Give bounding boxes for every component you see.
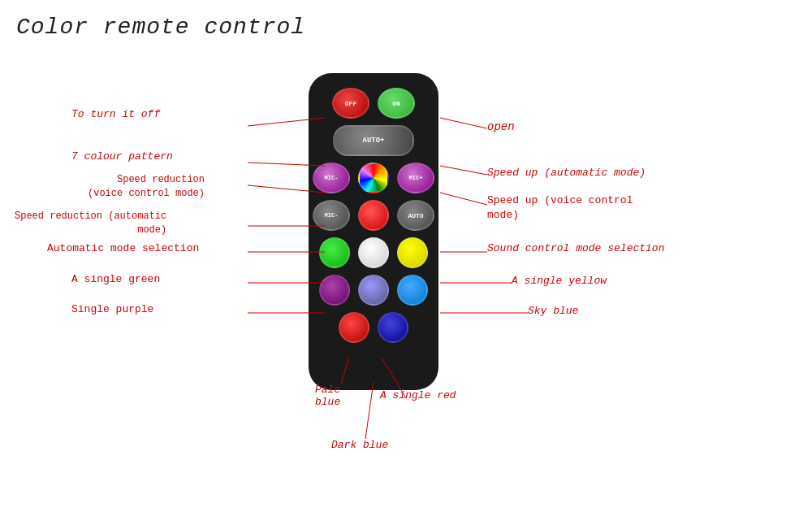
mic-minus-label: MIC- [325, 175, 339, 181]
row-colors2 [319, 275, 428, 306]
label-sound-control: Sound control mode selection [487, 242, 664, 254]
btn-auto-plus[interactable]: AUTO+ [333, 125, 414, 156]
row-auto: AUTO+ [333, 125, 414, 156]
label-dark-blue: Dark blue [331, 439, 388, 451]
label-speed-reduction-voice: Speed reduction(voice control mode) [88, 173, 205, 201]
row-mic2: MIC- AUTO [313, 200, 434, 231]
btn-dark-blue[interactable] [378, 312, 408, 343]
btn-purple[interactable] [319, 275, 350, 306]
btn-mic-left[interactable]: MIC- [313, 200, 350, 231]
label-to-turn-off: To turn it off [71, 108, 160, 120]
label-single-yellow: A single yellow [512, 275, 607, 287]
svg-line-7 [440, 118, 487, 128]
svg-line-15 [365, 382, 374, 439]
off-label: OFF [345, 100, 356, 107]
label-single-purple: Single purple [71, 303, 153, 315]
btn-off[interactable]: OFF [332, 88, 369, 119]
svg-line-8 [440, 166, 487, 175]
btn-mic-plus[interactable]: MIC+ [397, 163, 434, 193]
mic-left-label: MIC- [325, 212, 339, 219]
row-mic1: MIC- MIC+ [313, 163, 434, 193]
auto-plus-label: AUTO+ [362, 137, 384, 145]
label-speed-up-voice: Speed up (voice controlmode) [487, 193, 633, 223]
btn-rainbow[interactable] [358, 163, 389, 193]
btn-mic-minus[interactable]: MIC- [313, 163, 350, 193]
label-seven-colour: 7 colour pattern [71, 150, 173, 163]
label-single-green: A single green [71, 273, 160, 285]
label-sky-blue: Sky blue [528, 305, 578, 317]
mic-plus-label: MIC+ [409, 175, 423, 181]
label-open: open [487, 120, 515, 133]
page-title: Color remote control [0, 0, 812, 40]
row-colors3 [339, 312, 408, 343]
btn-yellow[interactable] [397, 237, 428, 268]
label-auto-mode: Automatic mode selection [47, 242, 199, 254]
on-label: ON [392, 100, 400, 107]
remote-control: OFF ON AUTO+ MIC- MIC+ MIC- AUTO [309, 73, 438, 390]
btn-single-red[interactable] [339, 312, 369, 343]
row-power: OFF ON [332, 88, 415, 119]
btn-on[interactable]: ON [378, 88, 415, 119]
label-speed-reduction-auto: Speed reduction (automaticmode) [15, 210, 166, 237]
auto-right-label: AUTO [408, 212, 423, 219]
btn-auto-right[interactable]: AUTO [397, 200, 434, 231]
label-single-red: A single red [380, 389, 456, 401]
btn-green[interactable] [319, 237, 350, 268]
label-pale-blue: Paleblue [315, 384, 340, 408]
btn-pale-blue[interactable] [358, 275, 389, 306]
btn-red-center[interactable] [358, 200, 389, 231]
svg-line-9 [440, 193, 487, 205]
row-colors1 [319, 237, 428, 268]
btn-white[interactable] [358, 237, 389, 268]
label-speed-up-auto: Speed up (automatic mode) [487, 167, 646, 179]
btn-sky-blue[interactable] [397, 275, 428, 306]
